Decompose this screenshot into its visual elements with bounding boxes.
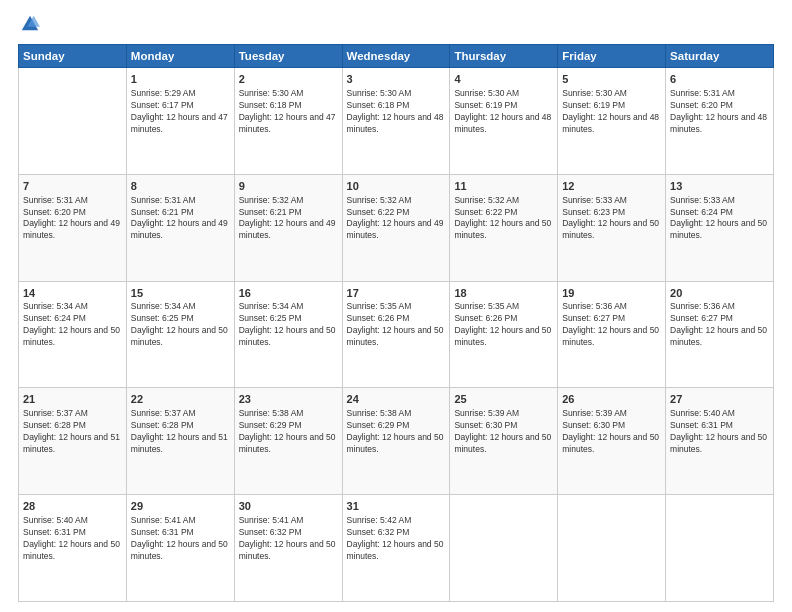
day-info: Sunrise: 5:35 AM Sunset: 6:26 PM Dayligh… [347,301,446,349]
calendar-week-row: 7Sunrise: 5:31 AM Sunset: 6:20 PM Daylig… [19,174,774,281]
table-row: 23Sunrise: 5:38 AM Sunset: 6:29 PM Dayli… [234,388,342,495]
day-info: Sunrise: 5:42 AM Sunset: 6:32 PM Dayligh… [347,515,446,563]
day-number: 1 [131,72,230,87]
table-row: 11Sunrise: 5:32 AM Sunset: 6:22 PM Dayli… [450,174,558,281]
table-row: 10Sunrise: 5:32 AM Sunset: 6:22 PM Dayli… [342,174,450,281]
day-info: Sunrise: 5:37 AM Sunset: 6:28 PM Dayligh… [131,408,230,456]
logo-icon [20,14,40,34]
table-row: 31Sunrise: 5:42 AM Sunset: 6:32 PM Dayli… [342,495,450,602]
table-row [558,495,666,602]
table-row: 28Sunrise: 5:40 AM Sunset: 6:31 PM Dayli… [19,495,127,602]
day-number: 31 [347,499,446,514]
day-number: 5 [562,72,661,87]
table-row [19,68,127,175]
day-number: 27 [670,392,769,407]
header-monday: Monday [126,45,234,68]
day-number: 28 [23,499,122,514]
day-number: 29 [131,499,230,514]
day-number: 23 [239,392,338,407]
day-number: 18 [454,286,553,301]
table-row: 30Sunrise: 5:41 AM Sunset: 6:32 PM Dayli… [234,495,342,602]
table-row: 15Sunrise: 5:34 AM Sunset: 6:25 PM Dayli… [126,281,234,388]
day-number: 2 [239,72,338,87]
table-row: 2Sunrise: 5:30 AM Sunset: 6:18 PM Daylig… [234,68,342,175]
table-row [450,495,558,602]
day-info: Sunrise: 5:30 AM Sunset: 6:18 PM Dayligh… [347,88,446,136]
weekday-header-row: Sunday Monday Tuesday Wednesday Thursday… [19,45,774,68]
page: Sunday Monday Tuesday Wednesday Thursday… [0,0,792,612]
day-number: 10 [347,179,446,194]
header-friday: Friday [558,45,666,68]
table-row: 4Sunrise: 5:30 AM Sunset: 6:19 PM Daylig… [450,68,558,175]
calendar-week-row: 14Sunrise: 5:34 AM Sunset: 6:24 PM Dayli… [19,281,774,388]
day-info: Sunrise: 5:40 AM Sunset: 6:31 PM Dayligh… [23,515,122,563]
day-info: Sunrise: 5:33 AM Sunset: 6:23 PM Dayligh… [562,195,661,243]
day-info: Sunrise: 5:38 AM Sunset: 6:29 PM Dayligh… [347,408,446,456]
table-row: 3Sunrise: 5:30 AM Sunset: 6:18 PM Daylig… [342,68,450,175]
header-saturday: Saturday [666,45,774,68]
logo [18,18,40,34]
day-info: Sunrise: 5:41 AM Sunset: 6:32 PM Dayligh… [239,515,338,563]
header-sunday: Sunday [19,45,127,68]
table-row: 12Sunrise: 5:33 AM Sunset: 6:23 PM Dayli… [558,174,666,281]
table-row: 5Sunrise: 5:30 AM Sunset: 6:19 PM Daylig… [558,68,666,175]
day-info: Sunrise: 5:30 AM Sunset: 6:19 PM Dayligh… [454,88,553,136]
table-row: 13Sunrise: 5:33 AM Sunset: 6:24 PM Dayli… [666,174,774,281]
day-info: Sunrise: 5:39 AM Sunset: 6:30 PM Dayligh… [562,408,661,456]
day-number: 15 [131,286,230,301]
table-row: 9Sunrise: 5:32 AM Sunset: 6:21 PM Daylig… [234,174,342,281]
table-row: 1Sunrise: 5:29 AM Sunset: 6:17 PM Daylig… [126,68,234,175]
day-number: 11 [454,179,553,194]
table-row: 8Sunrise: 5:31 AM Sunset: 6:21 PM Daylig… [126,174,234,281]
table-row: 7Sunrise: 5:31 AM Sunset: 6:20 PM Daylig… [19,174,127,281]
day-number: 7 [23,179,122,194]
day-number: 24 [347,392,446,407]
table-row: 29Sunrise: 5:41 AM Sunset: 6:31 PM Dayli… [126,495,234,602]
day-info: Sunrise: 5:41 AM Sunset: 6:31 PM Dayligh… [131,515,230,563]
calendar: Sunday Monday Tuesday Wednesday Thursday… [18,44,774,602]
day-info: Sunrise: 5:35 AM Sunset: 6:26 PM Dayligh… [454,301,553,349]
day-info: Sunrise: 5:32 AM Sunset: 6:21 PM Dayligh… [239,195,338,243]
day-number: 16 [239,286,338,301]
day-info: Sunrise: 5:30 AM Sunset: 6:19 PM Dayligh… [562,88,661,136]
day-number: 26 [562,392,661,407]
table-row: 26Sunrise: 5:39 AM Sunset: 6:30 PM Dayli… [558,388,666,495]
table-row: 24Sunrise: 5:38 AM Sunset: 6:29 PM Dayli… [342,388,450,495]
table-row: 20Sunrise: 5:36 AM Sunset: 6:27 PM Dayli… [666,281,774,388]
calendar-week-row: 21Sunrise: 5:37 AM Sunset: 6:28 PM Dayli… [19,388,774,495]
table-row [666,495,774,602]
day-number: 6 [670,72,769,87]
calendar-table: Sunday Monday Tuesday Wednesday Thursday… [18,44,774,602]
day-number: 20 [670,286,769,301]
day-info: Sunrise: 5:34 AM Sunset: 6:25 PM Dayligh… [239,301,338,349]
day-number: 14 [23,286,122,301]
day-info: Sunrise: 5:31 AM Sunset: 6:20 PM Dayligh… [670,88,769,136]
day-info: Sunrise: 5:34 AM Sunset: 6:25 PM Dayligh… [131,301,230,349]
day-info: Sunrise: 5:32 AM Sunset: 6:22 PM Dayligh… [454,195,553,243]
day-number: 25 [454,392,553,407]
day-number: 12 [562,179,661,194]
day-info: Sunrise: 5:38 AM Sunset: 6:29 PM Dayligh… [239,408,338,456]
table-row: 14Sunrise: 5:34 AM Sunset: 6:24 PM Dayli… [19,281,127,388]
table-row: 25Sunrise: 5:39 AM Sunset: 6:30 PM Dayli… [450,388,558,495]
day-number: 9 [239,179,338,194]
day-info: Sunrise: 5:31 AM Sunset: 6:21 PM Dayligh… [131,195,230,243]
day-number: 19 [562,286,661,301]
day-number: 4 [454,72,553,87]
header-tuesday: Tuesday [234,45,342,68]
day-info: Sunrise: 5:36 AM Sunset: 6:27 PM Dayligh… [562,301,661,349]
calendar-week-row: 1Sunrise: 5:29 AM Sunset: 6:17 PM Daylig… [19,68,774,175]
table-row: 19Sunrise: 5:36 AM Sunset: 6:27 PM Dayli… [558,281,666,388]
table-row: 17Sunrise: 5:35 AM Sunset: 6:26 PM Dayli… [342,281,450,388]
table-row: 22Sunrise: 5:37 AM Sunset: 6:28 PM Dayli… [126,388,234,495]
day-info: Sunrise: 5:33 AM Sunset: 6:24 PM Dayligh… [670,195,769,243]
day-info: Sunrise: 5:29 AM Sunset: 6:17 PM Dayligh… [131,88,230,136]
day-info: Sunrise: 5:40 AM Sunset: 6:31 PM Dayligh… [670,408,769,456]
header-wednesday: Wednesday [342,45,450,68]
day-info: Sunrise: 5:32 AM Sunset: 6:22 PM Dayligh… [347,195,446,243]
table-row: 16Sunrise: 5:34 AM Sunset: 6:25 PM Dayli… [234,281,342,388]
day-info: Sunrise: 5:34 AM Sunset: 6:24 PM Dayligh… [23,301,122,349]
header-thursday: Thursday [450,45,558,68]
day-number: 30 [239,499,338,514]
day-number: 3 [347,72,446,87]
